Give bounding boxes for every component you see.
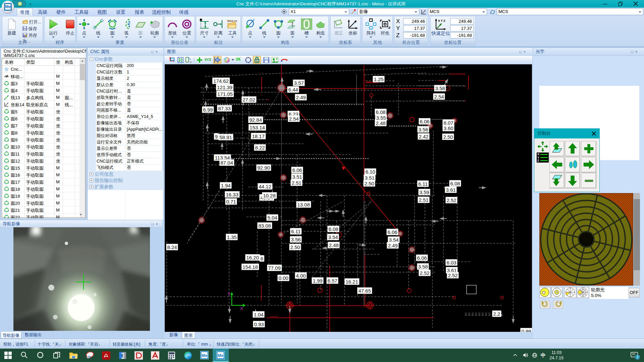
svg-text:Me: Me xyxy=(218,353,223,358)
svg-text:XYZ: XYZ xyxy=(438,19,446,22)
svg-text:X: X xyxy=(240,306,243,311)
svg-text:Me: Me xyxy=(202,353,207,358)
svg-text:BIAS.ini: BIAS.ini xyxy=(227,19,237,22)
